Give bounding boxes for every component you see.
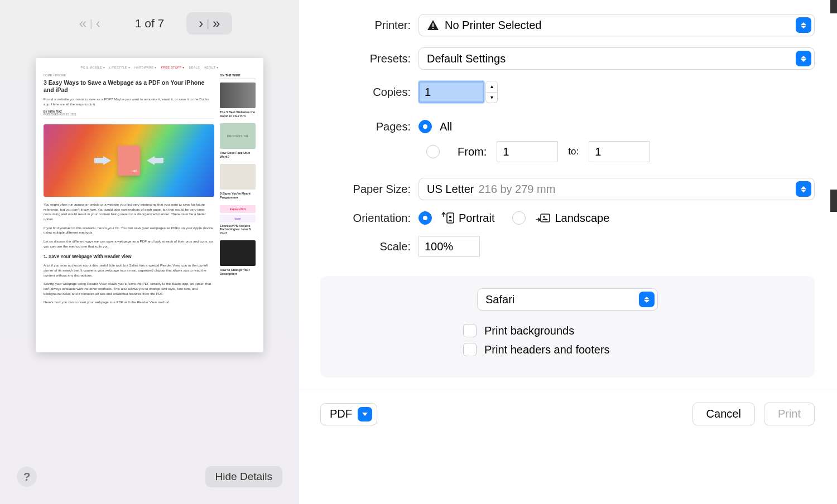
app-options-select[interactable]: Safari [477,288,658,311]
window-edge-decoration [830,0,837,504]
thumb-lede: Found a website you want to save as a PD… [44,97,214,106]
print-backgrounds-checkbox[interactable] [463,324,477,337]
thumb-para: You might often run across an article or… [44,202,214,222]
thumbnail-area: PC & MOBILE ▾LIFESTYLE ▾HARDWARE ▾ FREE … [0,47,299,466]
orientation-portrait-radio[interactable] [419,211,432,225]
chevron-left-icon: ‹ [96,17,100,30]
help-button[interactable]: ? [17,467,37,487]
copies-label: Copies: [320,86,419,99]
thumb-para: Saving your webpage using Reader View al… [44,282,214,296]
updown-chevron-icon [796,51,811,66]
svg-rect-0 [432,23,434,27]
preview-nav: « | ‹ 1 of 7 › | » [0,0,299,47]
scale-label: Scale: [320,240,419,253]
orientation-landscape-radio[interactable] [512,211,526,225]
pages-all-radio[interactable] [419,120,432,133]
orientation-label: Orientation: [320,212,419,225]
print-button[interactable]: Print [764,403,815,425]
pages-all-label: All [440,120,452,133]
dialog-footer: PDF Cancel Print [320,390,815,442]
copies-input[interactable] [419,81,484,103]
printer-value: No Printer Selected [445,19,541,32]
thumb-breadcrumb: HOME > IPHONE [44,74,214,77]
double-chevron-right-icon: » [213,17,220,30]
paper-size-label: Paper Size: [320,183,419,196]
updown-chevron-icon [639,292,655,307]
pdf-menu-button[interactable]: PDF [320,403,377,425]
thumb-side-img [220,83,256,108]
updown-chevron-icon [796,17,811,33]
thumb-side-img: PROCESSING [220,123,256,149]
thumb-side-img [220,164,256,190]
stepper-up-button[interactable]: ▴ [485,81,498,93]
paper-size-select[interactable]: US Letter 216 by 279 mm [419,178,815,200]
thumb-side-heading: ON THE WIRE [220,74,256,79]
svg-rect-1 [432,28,434,29]
printer-label: Printer: [320,19,419,32]
cancel-button[interactable]: Cancel [692,403,755,425]
app-options-panel: Safari Print backgrounds Print headers a… [320,276,815,377]
thumb-para: If you find yourself in this scenario, h… [44,226,214,235]
preview-panel: « | ‹ 1 of 7 › | » PC & MOBILE ▾LIFESTYL… [0,0,299,504]
thumb-para: Here's how you can convert your webpage … [44,300,214,305]
next-last-page-button[interactable]: › | » [186,12,232,35]
pages-from-input[interactable] [497,141,558,162]
pdf-label: PDF [330,408,352,420]
portrait-icon [440,211,454,225]
thumb-side-cap: 9 Signs You're Meant Programmer [220,192,256,199]
thumb-hero-image [44,124,214,197]
thumb-side-cap: ExpressVPN Acquire Technologies: How D Y… [220,224,256,235]
presets-label: Presets: [320,52,419,65]
printer-select[interactable]: No Printer Selected [419,14,815,36]
svg-rect-4 [541,214,550,222]
svg-point-3 [449,216,451,218]
thumb-heading: 1. Save Your Webpage With Reader View [44,254,214,259]
chevron-down-icon [358,407,372,421]
thumb-title: 3 Easy Ways to Save a Webpage as a PDF o… [44,79,214,94]
pages-range-radio[interactable] [426,145,440,158]
stepper-down-button[interactable]: ▾ [485,93,498,104]
first-prev-page-button[interactable]: « | ‹ [67,12,113,35]
warning-icon [427,20,439,31]
copies-stepper: ▴ ▾ [485,81,498,103]
thumb-published: PUBLISHED AUG 15, 2021 [44,113,214,119]
print-headers-footers-label: Print headers and footers [484,343,610,356]
thumb-nav: PC & MOBILE ▾LIFESTYLE ▾HARDWARE ▾ FREE … [44,66,256,69]
print-backgrounds-label: Print backgrounds [484,324,574,337]
thumb-side-cap: How to Change Your Description [220,268,256,275]
pages-to-input[interactable] [589,141,650,162]
landscape-icon [533,212,550,224]
double-chevron-left-icon: « [79,17,86,30]
svg-point-5 [543,216,546,218]
orientation-landscape-label: Landscape [555,212,609,225]
thumb-para: A lot if you may not know about this use… [44,263,214,278]
presets-select[interactable]: Default Settings [419,47,815,70]
app-options-value: Safari [485,293,514,306]
page-thumbnail[interactable]: PC & MOBILE ▾LIFESTYLE ▾HARDWARE ▾ FREE … [36,58,263,352]
thumb-para: Let us discuss the different ways we can… [44,239,214,249]
paper-size-dimensions: 216 by 279 mm [478,183,555,196]
orientation-portrait-label: Portrait [459,212,494,225]
pages-label: Pages: [320,120,419,133]
expressvpn-logo: ExpressVPN [220,205,256,213]
updown-chevron-icon [796,181,811,197]
paper-size-value: US Letter [427,183,474,196]
pages-to-label: to: [568,146,579,157]
kape-logo: kape [220,215,256,222]
print-settings-panel: Printer: No Printer Selected Presets: De… [299,0,837,504]
thumb-side-cap: How Does Face Unlo Work? [220,151,256,158]
pdf-doc-icon [118,146,140,176]
hide-details-button[interactable]: Hide Details [205,466,282,487]
presets-value: Default Settings [427,52,506,65]
scale-input[interactable] [419,236,480,257]
chevron-right-icon: › [199,17,203,30]
print-headers-footers-checkbox[interactable] [463,343,477,356]
thumb-side-cap: The 5 Best Websites the Radio in Your Br… [220,110,256,118]
page-indicator: 1 of 7 [135,17,165,30]
pages-from-label: From: [458,146,487,158]
thumb-side-img [220,240,256,266]
